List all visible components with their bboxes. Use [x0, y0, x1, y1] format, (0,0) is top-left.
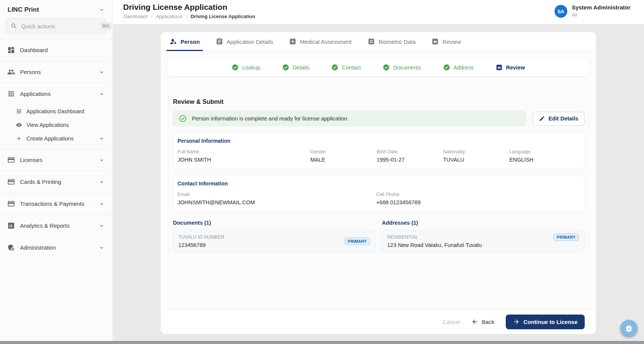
sidebar-item-label: Analytics & Reports [20, 222, 94, 229]
sidebar-item-cards-printing[interactable]: Cards & Printing [0, 171, 112, 193]
success-alert: Person information is complete and ready… [173, 111, 526, 126]
applications-icon [7, 90, 15, 98]
sidebar-item-label: Create Applications [26, 136, 94, 142]
sidebar-item-create-applications[interactable]: Create Applications [0, 132, 112, 145]
chevron-up-icon [99, 91, 105, 97]
preview-eye-icon [431, 38, 439, 45]
tab-review[interactable]: Review [431, 32, 461, 51]
sidebar-item-dashboard[interactable]: Dashboard [0, 39, 112, 61]
check-circle-outline-icon [179, 114, 187, 123]
field-label: Nationality [443, 149, 510, 154]
field-value: JOHN SMITH [178, 157, 310, 163]
tab-medical-assessment[interactable]: Medical Assessment [289, 32, 352, 51]
field-label: Birth Date [377, 149, 443, 154]
step-label: Contact [342, 65, 361, 71]
user-menu[interactable]: SA System Administrator All [554, 4, 630, 18]
field-value: 1995-01-27 [377, 157, 443, 163]
step-review[interactable]: Review [496, 64, 525, 71]
eye-icon [16, 122, 22, 128]
field-label: Cell Phone [376, 192, 580, 197]
applications-dashboard-icon [16, 108, 22, 114]
sidebar-item-persons[interactable]: Persons [0, 61, 112, 83]
step-label: Review [506, 65, 525, 71]
back-button[interactable]: Back [471, 318, 494, 325]
breadcrumb-item-applications[interactable]: Applications [156, 14, 182, 19]
field-birth-date: Birth Date 1995-01-27 [377, 149, 443, 163]
step-label: Details [293, 65, 309, 71]
sidebar-item-licenses[interactable]: Licenses [0, 149, 112, 171]
page-title: Driving License Application [123, 3, 227, 12]
personal-information-heading: Personal Information [178, 138, 580, 144]
breadcrumb-separator: › [151, 14, 153, 19]
step-address[interactable]: Address [443, 64, 474, 71]
chevron-down-icon [99, 201, 105, 207]
search-icon [11, 23, 17, 29]
step-details[interactable]: Details [282, 64, 309, 71]
sidebar-item-label: Administration [20, 244, 94, 251]
avatar: SA [554, 5, 567, 18]
tab-label: Biometric Data [378, 39, 415, 45]
documents-heading: Documents (1) [173, 220, 376, 226]
clipboard-icon [216, 38, 223, 45]
license-card-icon [7, 156, 15, 164]
sidebar-item-transactions-payments[interactable]: Transactions & Payments [0, 193, 112, 214]
person-search-icon [170, 38, 177, 45]
sidebar-item-label: Licenses [20, 157, 94, 163]
sidebar-item-applications[interactable]: Applications [0, 83, 112, 105]
field-gender: Gender MALE [310, 149, 377, 163]
back-label: Back [482, 319, 494, 325]
continue-to-license-button[interactable]: Continue to License [506, 315, 585, 329]
medical-cross-icon [289, 38, 297, 45]
quick-actions-wrap: ⌘K [0, 17, 112, 39]
step-label: Lookup [242, 65, 260, 71]
bug-icon [624, 324, 633, 333]
check-circle-icon [331, 64, 338, 71]
user-scope: All [572, 12, 630, 18]
tab-biometric-data[interactable]: Biometric Data [368, 32, 415, 51]
primary-badge: PRIMARY [344, 238, 370, 245]
edit-details-button[interactable]: Edit Details [533, 112, 585, 126]
field-value: JOHNSMITH@NEWMAIL.COM [178, 199, 376, 205]
admin-shield-icon [7, 244, 15, 251]
sidebar-item-applications-dashboard[interactable]: Applications Dashboard [0, 105, 112, 118]
field-nationality: Nationality TUVALU [443, 149, 510, 163]
sidebar-collapse-chevron-icon[interactable] [99, 7, 105, 13]
tab-person[interactable]: Person [170, 32, 200, 51]
sidebar: LINC Print ⌘K Dashboard Persons Applicat… [0, 0, 113, 344]
arrow-left-icon [471, 318, 478, 325]
chevron-down-icon [99, 245, 105, 251]
chevron-down-icon [99, 179, 105, 185]
debug-fab[interactable] [620, 320, 638, 337]
user-name: System Administrator [572, 4, 630, 11]
addresses-column: Addresses (1) RESIDENTIAL 123 New Road V… [381, 220, 585, 253]
sidebar-item-label: Applications Dashboard [26, 108, 105, 114]
field-value: MALE [310, 157, 377, 163]
sidebar-item-analytics-reports[interactable]: Analytics & Reports [0, 215, 112, 236]
success-alert-text: Person information is complete and ready… [192, 116, 349, 122]
check-circle-icon [383, 64, 390, 71]
arrow-right-icon [513, 318, 520, 325]
check-circle-icon [282, 64, 289, 71]
cancel-button[interactable]: Cancel [443, 319, 460, 325]
breadcrumb-item-dashboard[interactable]: Dashboard [124, 14, 148, 19]
step-contact[interactable]: Contact [331, 64, 361, 71]
sidebar-header: LINC Print [0, 0, 112, 17]
sidebar-item-administration[interactable]: Administration [0, 237, 112, 258]
quick-actions-box[interactable]: ⌘K [6, 18, 107, 34]
chevron-down-icon [99, 136, 105, 142]
persons-icon [7, 68, 15, 76]
document-card: TUVALU ID NUMBER 123456789 PRIMARY [173, 230, 376, 253]
action-bar: Cancel Back Continue to License [161, 309, 596, 334]
step-lookup[interactable]: Lookup [232, 64, 260, 71]
sidebar-item-view-applications[interactable]: View Applications [0, 118, 112, 132]
step-documents[interactable]: Documents [383, 64, 421, 71]
tab-application-details[interactable]: Application Details [216, 32, 273, 51]
field-label: Full Name [178, 149, 310, 154]
field-cell-phone: Cell Phone +688 0123456789 [376, 192, 580, 205]
breadcrumb: Dashboard › Applications › Driving Licen… [124, 14, 255, 19]
tab-label: Person [181, 39, 200, 45]
bar-chart-icon [7, 222, 15, 230]
tab-label: Application Details [227, 39, 273, 45]
contact-information-heading: Contact Information [178, 180, 580, 187]
quick-actions-input[interactable] [21, 23, 96, 29]
